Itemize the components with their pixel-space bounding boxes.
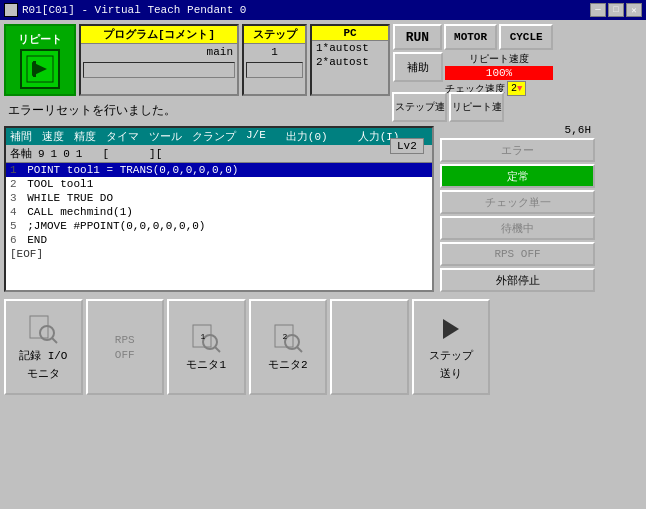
repeat-label: リピート	[18, 32, 62, 47]
prog-header: 補間 速度 精度 タイマ ツール クランプ J/E 出力(0) 人力(I)	[6, 128, 432, 145]
record-io-monitor-btn[interactable]: 記録 I/O モニタ	[4, 299, 83, 395]
rps-off-toolbar-btn[interactable]: RPS OFF	[86, 299, 165, 395]
speed-label: リピート速度	[445, 52, 553, 66]
monitor2-btn[interactable]: 2 モニタ2	[249, 299, 328, 395]
pc-block: PC 1*autost 2*autost	[310, 24, 390, 96]
top-row: リピート プログラム[コメント] main ステップ 1 PC 1*aut	[4, 24, 642, 96]
monitor1-btn[interactable]: 1 モニタ1	[167, 299, 246, 395]
step-value: 1	[244, 44, 305, 60]
step-sub	[246, 62, 303, 78]
svg-line-12	[297, 347, 302, 352]
step-ren-button[interactable]: ステップ連	[392, 92, 447, 122]
svg-line-8	[215, 347, 220, 352]
program-block: プログラム[コメント] main	[79, 24, 239, 96]
toolbar-filler	[493, 299, 642, 395]
pc-value1: 1*autost	[312, 41, 388, 55]
monitor1-icon: 1	[190, 322, 222, 354]
empty-btn	[330, 299, 409, 395]
standby-btn[interactable]: 待機中	[440, 216, 595, 240]
repeat-icon	[20, 49, 60, 89]
monitor2-icon: 2	[272, 322, 304, 354]
pc-value2: 2*autost	[312, 55, 388, 69]
repeat-ren-button[interactable]: リピート連	[449, 92, 504, 122]
play-icon	[435, 313, 467, 345]
cycle-button[interactable]: CYCLE	[499, 24, 553, 50]
svg-line-5	[52, 338, 57, 343]
error-row: エラーリセットを行いました。	[4, 99, 439, 121]
external-stop-btn[interactable]: 外部停止	[440, 268, 595, 292]
prog-subheader: 各軸 9 1 0 1 [ ][	[6, 145, 432, 163]
svg-text:1: 1	[201, 332, 206, 341]
maximize-button[interactable]: □	[608, 3, 624, 17]
rps-off-btn[interactable]: RPS OFF	[440, 242, 595, 266]
prog-line-1[interactable]: 1 POINT tool1 = TRANS(0,0,0,0,0,0)	[6, 163, 432, 177]
indicator-56h: 5,6H	[440, 124, 595, 136]
prog-line-4[interactable]: 4 CALL mechmind(1)	[6, 205, 432, 219]
step-title: ステップ	[244, 26, 305, 44]
title-bar: R01[C01] - Virtual Teach Pendant 0 ─ □ ✕	[0, 0, 646, 20]
steady-btn[interactable]: 定常	[440, 164, 595, 188]
check-speed-value: 2 ▼	[507, 81, 526, 96]
program-area: 補間 速度 精度 タイマ ツール クランプ J/E 出力(0) 人力(I) 各軸…	[4, 126, 434, 292]
error-btn[interactable]: エラー	[440, 138, 595, 162]
prog-line-3[interactable]: 3 WHILE TRUE DO	[6, 191, 432, 205]
step-block: ステップ 1	[242, 24, 307, 96]
svg-marker-14	[443, 319, 459, 339]
hojo-button[interactable]: 補助	[393, 52, 443, 82]
prog-line-5[interactable]: 5 ;JMOVE #PPOINT(0,0,0,0,0,0)	[6, 219, 432, 233]
run-button[interactable]: RUN	[393, 24, 442, 50]
prog-eof: [EOF]	[6, 247, 432, 261]
pc-title: PC	[312, 26, 388, 41]
prog-lines: 1 POINT tool1 = TRANS(0,0,0,0,0,0) 2 TOO…	[6, 163, 432, 261]
right-panel: 5,6H エラー 定常 チェック単一 待機中 RPS OFF 外部停止	[440, 124, 595, 292]
close-button[interactable]: ✕	[626, 3, 642, 17]
program-title: プログラム[コメント]	[81, 26, 237, 44]
motor-button[interactable]: MOTOR	[444, 24, 498, 50]
rmc-top: RUN MOTOR CYCLE	[393, 24, 553, 50]
bottom-toolbar: 記録 I/O モニタ RPS OFF 1 モニタ1	[4, 299, 642, 395]
svg-rect-2	[33, 61, 36, 77]
rmc-bottom: 補助 リピート速度 100% チェック速度 2 ▼	[393, 52, 553, 96]
title-text: R01[C01] - Virtual Teach Pendant 0	[22, 4, 246, 16]
rmc-group: RUN MOTOR CYCLE 補助 リピート速度 100% チェック速度 2 …	[393, 24, 553, 96]
program-value: main	[81, 44, 237, 60]
step-send-btn[interactable]: ステップ 送り	[412, 299, 491, 395]
program-sub	[83, 62, 235, 78]
svg-text:2: 2	[282, 332, 287, 341]
minimize-button[interactable]: ─	[590, 3, 606, 17]
repeat-block: リピート	[4, 24, 76, 96]
check-single-btn[interactable]: チェック単一	[440, 190, 595, 214]
prog-line-6[interactable]: 6 END	[6, 233, 432, 247]
window-controls: ─ □ ✕	[590, 3, 642, 17]
app-icon	[4, 3, 18, 17]
prog-line-2[interactable]: 2 TOOL tool1	[6, 177, 432, 191]
content-row: 補間 速度 精度 タイマ ツール クランプ J/E 出力(0) 人力(I) 各軸…	[4, 124, 642, 292]
error-message: エラーリセットを行いました。	[8, 102, 176, 119]
search-icon	[27, 313, 59, 345]
speed-block: リピート速度 100% チェック速度 2 ▼	[445, 52, 553, 96]
speed-bar: 100%	[445, 66, 553, 80]
lv2-badge: Lv2	[390, 138, 424, 154]
